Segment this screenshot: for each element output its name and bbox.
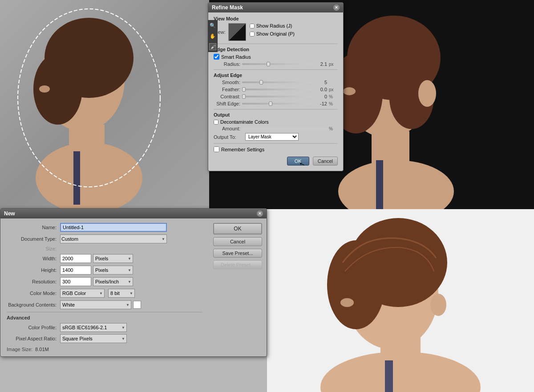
radius-label: Radius:: [214, 61, 240, 67]
pixel-aspect-select-wrapper: Square Pixels D1/DV NTSC (0.91) D1/DV PA…: [60, 334, 127, 343]
width-unit-select[interactable]: Pixels Inches cm: [93, 254, 133, 263]
shift-edge-slider-track[interactable]: [242, 103, 312, 105]
contrast-slider-thumb[interactable]: [242, 94, 246, 99]
svg-rect-19: [376, 160, 383, 209]
show-original-row: Show Original (P): [250, 31, 295, 36]
smooth-label: Smooth:: [214, 80, 240, 85]
show-radius-label: Show Radius (J): [256, 23, 292, 28]
width-label: Width:: [7, 256, 60, 261]
decontaminate-row: Decontaminate Colors: [214, 119, 338, 125]
svg-point-17: [343, 87, 356, 95]
save-preset-button[interactable]: Save Preset...: [213, 249, 262, 258]
show-original-label: Show Original (P): [256, 31, 295, 36]
feather-slider-track[interactable]: [242, 89, 312, 90]
shift-edge-label: Shift Edge:: [214, 101, 240, 106]
shift-edge-row: Shift Edge: -12 %: [214, 101, 338, 106]
portrait-svg-topleft: [0, 0, 209, 209]
smart-radius-checkbox[interactable]: [214, 54, 219, 60]
contrast-label: Contrast:: [214, 94, 240, 99]
resolution-unit-wrapper: Pixels/Inch Pixels/cm ▼: [93, 277, 133, 286]
shift-edge-slider-thumb[interactable]: [269, 101, 272, 106]
document-type-select[interactable]: Custom Default Photoshop Size Letter: [60, 234, 167, 243]
color-mode-select-wrapper: Bitmap Grayscale RGB Color CMYK Color ▼: [60, 289, 105, 298]
radius-slider-track[interactable]: [242, 63, 312, 65]
edge-detection-title: Edge Detection: [214, 47, 338, 52]
refine-mask-cancel-button[interactable]: Cancel: [313, 157, 338, 166]
feather-slider-thumb[interactable]: [242, 87, 246, 92]
photo-bottomright: [267, 209, 534, 392]
height-label: Height:: [7, 267, 60, 273]
color-profile-select[interactable]: sRGB IEC61966-2.1 Adobe RGB (1998) ProPh…: [60, 323, 127, 332]
image-size-value: 8.01M: [35, 347, 49, 352]
output-to-select[interactable]: Layer Mask New Layer New Layer with Laye…: [245, 133, 299, 141]
height-row: Height: Pixels Inches cm ▼: [7, 266, 202, 275]
image-size-section: Image Size: 8.01M: [7, 347, 202, 352]
document-type-select-wrapper: Custom Default Photoshop Size Letter ▼: [60, 234, 167, 243]
bg-contents-select[interactable]: White Background Color Transparent: [60, 300, 131, 309]
new-dialog-ok-button[interactable]: OK: [213, 223, 262, 234]
divider-2: [214, 69, 338, 70]
color-profile-label: Color Profile:: [7, 325, 60, 330]
svg-point-30: [430, 294, 446, 316]
bit-depth-select[interactable]: 8 bit 16 bit 32 bit: [108, 289, 135, 298]
svg-point-6: [39, 85, 50, 93]
view-thumbnail[interactable]: [228, 23, 246, 41]
new-dialog-close-button[interactable]: ✕: [257, 210, 263, 217]
color-mode-row: Color Mode: Bitmap Grayscale RGB Color C…: [7, 289, 202, 298]
new-dialog-title: New: [4, 210, 15, 217]
view-mode-row: View: Show Radius (J) Show Original (P): [214, 23, 338, 41]
decontaminate-checkbox[interactable]: [214, 120, 218, 125]
amount-row: Amount: %: [214, 126, 338, 131]
svg-point-28: [340, 298, 354, 307]
brush-tool-icon[interactable]: 🖌: [209, 43, 216, 50]
shift-edge-value: -12: [314, 101, 327, 106]
svg-rect-9: [73, 151, 80, 205]
smart-radius-row: Smart Radius: [214, 54, 338, 60]
portrait-svg-bottomright: [267, 209, 534, 392]
name-field-label: Name:: [7, 225, 60, 230]
show-radius-row: Show Radius (J): [250, 23, 295, 28]
delete-preset-button: Delete Preset...: [213, 260, 262, 269]
contrast-slider-track[interactable]: [242, 96, 312, 97]
refine-mask-title: Refine Mask: [212, 4, 243, 11]
name-field-input[interactable]: [60, 223, 167, 232]
pixel-aspect-row: Pixel Aspect Ratio: Square Pixels D1/DV …: [7, 334, 202, 343]
magnify-tool-icon[interactable]: 🔍: [209, 22, 216, 29]
amount-unit: %: [329, 126, 338, 131]
smooth-slider-track[interactable]: [242, 81, 312, 83]
height-unit-select[interactable]: Pixels Inches cm: [93, 266, 133, 275]
amount-label: Amount:: [214, 126, 240, 131]
smooth-slider-thumb[interactable]: [259, 80, 263, 85]
color-mode-label: Color Mode:: [7, 291, 60, 296]
output-to-select-wrapper: Layer Mask New Layer New Layer with Laye…: [245, 133, 299, 141]
document-type-label: Document Type:: [7, 236, 60, 242]
view-mode-section-title: View Mode: [214, 16, 338, 21]
width-input[interactable]: [60, 254, 91, 263]
color-mode-select[interactable]: Bitmap Grayscale RGB Color CMYK Color: [60, 289, 105, 298]
new-dialog-cancel-button[interactable]: Cancel: [213, 237, 262, 246]
output-to-label: Output To:: [214, 134, 243, 140]
show-original-checkbox[interactable]: [250, 32, 255, 36]
resolution-input[interactable]: [60, 277, 91, 286]
new-dialog-left-panel: Name: Document Type: Custom Default Phot…: [0, 218, 209, 356]
smooth-row: Smooth: 5: [214, 80, 338, 85]
name-field-row: Name:: [7, 223, 202, 232]
refine-mask-close-button[interactable]: ✕: [333, 4, 340, 11]
svg-point-27: [327, 240, 385, 329]
pixel-aspect-select[interactable]: Square Pixels D1/DV NTSC (0.91) D1/DV PA…: [60, 334, 127, 343]
show-radius-checkbox[interactable]: [250, 24, 255, 28]
remember-settings-checkbox[interactable]: [214, 146, 219, 152]
height-input[interactable]: [60, 266, 91, 275]
hand-tool-icon[interactable]: ✋: [209, 32, 216, 40]
feather-unit: px: [329, 87, 338, 92]
resolution-unit-select[interactable]: Pixels/Inch Pixels/cm: [93, 277, 133, 286]
radius-slider-thumb[interactable]: [267, 62, 270, 66]
resolution-row: Resolution: Pixels/Inch Pixels/cm ▼: [7, 277, 202, 286]
bg-color-swatch[interactable]: [133, 301, 141, 309]
new-dialog-titlebar: New ✕: [0, 209, 267, 218]
resolution-label: Resolution:: [7, 279, 60, 284]
bit-depth-select-wrapper: 8 bit 16 bit 32 bit ▼: [106, 289, 135, 298]
divider-1: [214, 44, 338, 44]
radius-unit: px: [329, 62, 338, 67]
bg-contents-select-wrapper: White Background Color Transparent ▼: [60, 300, 131, 309]
